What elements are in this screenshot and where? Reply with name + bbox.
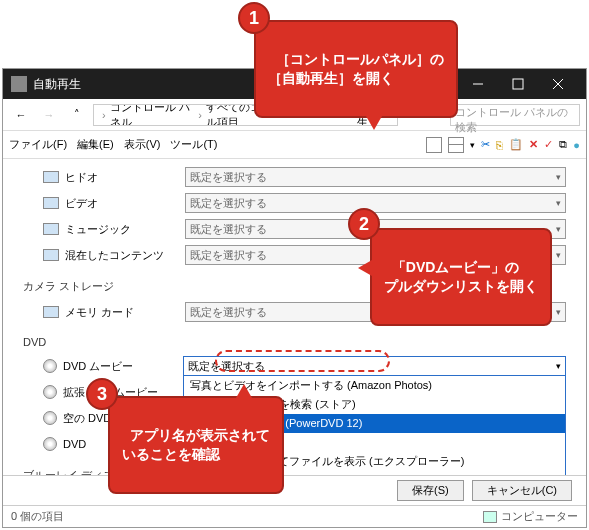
app-icon	[11, 76, 27, 92]
step-badge-2: 2	[348, 208, 380, 240]
menu-edit[interactable]: 編集(E)	[77, 137, 114, 152]
callout-1: ［コントロールパネル］の ［自動再生］を開く	[254, 20, 458, 118]
callout-2: 「DVDムービー」の プルダウンリストを開く	[370, 228, 552, 326]
status-bar: 0 個の項目 コンピューター	[3, 505, 586, 527]
step-badge-3: 3	[86, 378, 118, 410]
up-button[interactable]: ˄	[65, 103, 89, 127]
chevron-down-icon: ▾	[556, 361, 561, 371]
memorycard-icon	[43, 306, 59, 318]
chevron-down-icon: ▾	[556, 198, 561, 208]
cd-icon	[43, 411, 57, 425]
music-icon	[43, 223, 59, 235]
status-left: 0 個の項目	[11, 509, 64, 524]
chevron-down-icon: ▾	[556, 172, 561, 182]
menu-tool[interactable]: ツール(T)	[170, 137, 217, 152]
menu-view[interactable]: 表示(V)	[124, 137, 161, 152]
globe-icon[interactable]: ●	[573, 139, 580, 151]
section-dvd: DVD	[23, 336, 566, 348]
row-top-1: ビデオ既定を選択する▾	[43, 191, 566, 215]
tool-list-icon[interactable]	[448, 137, 464, 153]
row-label: ヒドオ	[65, 170, 185, 185]
row-label: ミュージック	[65, 222, 185, 237]
maximize-button[interactable]	[498, 69, 538, 99]
cut-icon[interactable]: ✂	[481, 138, 490, 151]
save-button[interactable]: 保存(S)	[397, 480, 464, 501]
row-label: DVD ムービー	[63, 359, 183, 374]
footer-buttons: 保存(S) キャンセル(C)	[3, 475, 586, 505]
tool-panel-icon[interactable]	[426, 137, 442, 153]
minimize-button[interactable]	[458, 69, 498, 99]
crumb-0[interactable]: コントロール パネル	[110, 104, 194, 126]
callout-3: アプリ名が表示されて いることを確認	[108, 396, 284, 494]
callout-3-text: アプリ名が表示されて いることを確認	[122, 427, 270, 463]
back-button[interactable]: ←	[9, 103, 33, 127]
cd-icon	[43, 385, 57, 399]
callout-1-text: ［コントロールパネル］の ［自動再生］を開く	[268, 51, 444, 87]
forward-button[interactable]: →	[37, 103, 61, 127]
chevron-down-icon: ▾	[556, 224, 561, 234]
step-badge-1: 1	[238, 2, 270, 34]
row-top-0: ヒドオ既定を選択する▾	[43, 165, 566, 189]
dropdown-dvd-0[interactable]: 既定を選択する▾写真とビデオをインポートする (Amazon Photos)新し…	[183, 356, 566, 376]
menu-file[interactable]: ファイル(F)	[9, 137, 67, 152]
row-camera-label: メモリ カード	[65, 305, 185, 320]
svg-rect-0	[513, 79, 523, 89]
row-label: ビデオ	[65, 196, 185, 211]
callout-2-text: 「DVDムービー」の プルダウンリストを開く	[384, 259, 538, 295]
toolbar-icons: ▾ ✂ ⎘ 📋 ✕ ✓ ⧉ ●	[426, 137, 580, 153]
film-icon	[43, 197, 59, 209]
chevron-down-icon: ▾	[556, 250, 561, 260]
dropdown-top-0[interactable]: 既定を選択する▾	[185, 167, 566, 187]
row-label: 混在したコンテンツ	[65, 248, 185, 263]
dropdown-top-1[interactable]: 既定を選択する▾	[185, 193, 566, 213]
folder-icon[interactable]: ⧉	[559, 138, 567, 151]
row-dvd-0: DVD ムービー既定を選択する▾写真とビデオをインポートする (Amazon P…	[43, 354, 566, 378]
cd-icon	[43, 359, 57, 373]
status-right: コンピューター	[501, 509, 578, 524]
cd-icon	[43, 437, 57, 451]
search-input[interactable]: コントロール パネルの検索	[450, 104, 580, 126]
check-icon[interactable]: ✓	[544, 138, 553, 151]
menu-bar: ファイル(F) 編集(E) 表示(V) ツール(T) ▾ ✂ ⎘ 📋 ✕ ✓ ⧉…	[3, 131, 586, 159]
mixed-icon	[43, 249, 59, 261]
paste-icon[interactable]: 📋	[509, 138, 523, 151]
cancel-button[interactable]: キャンセル(C)	[472, 480, 572, 501]
chevron-down-icon[interactable]: ▾	[470, 140, 475, 150]
close-button[interactable]	[538, 69, 578, 99]
generic-icon	[43, 171, 59, 183]
delete-icon[interactable]: ✕	[529, 138, 538, 151]
copy-icon[interactable]: ⎘	[496, 139, 503, 151]
computer-icon	[483, 511, 497, 523]
